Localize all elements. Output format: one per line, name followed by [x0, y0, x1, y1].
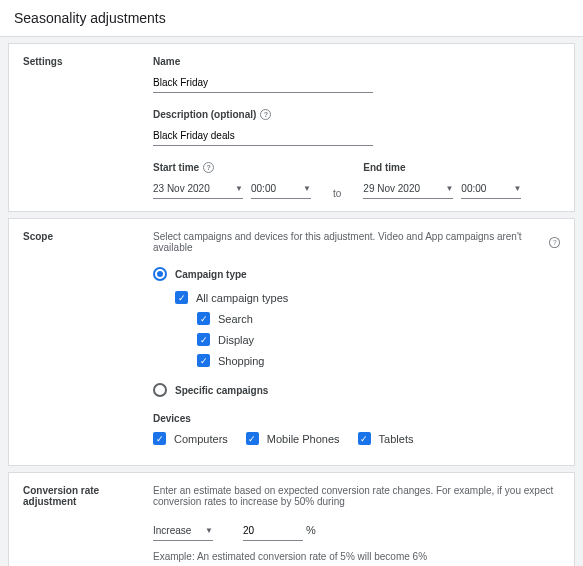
checkbox-checked-icon: ✓ [197, 333, 210, 346]
computers-checkbox[interactable]: ✓ Computers [153, 432, 228, 445]
chevron-down-icon: ▼ [303, 184, 311, 193]
chevron-down-icon: ▼ [205, 526, 213, 535]
end-time-select[interactable]: 00:00 ▼ [461, 179, 521, 199]
start-time-label: Start time [153, 162, 199, 173]
chevron-down-icon: ▼ [513, 184, 521, 193]
devices-label: Devices [153, 413, 560, 424]
scope-description: Select campaigns and devices for this ad… [153, 231, 545, 253]
display-label: Display [218, 334, 254, 346]
scope-card: Scope Select campaigns and devices for t… [8, 218, 575, 466]
chevron-down-icon: ▼ [235, 184, 243, 193]
mobile-label: Mobile Phones [267, 433, 340, 445]
search-checkbox[interactable]: ✓ Search [197, 312, 560, 325]
name-label: Name [153, 56, 560, 67]
description-label: Description (optional) [153, 109, 256, 120]
checkbox-checked-icon: ✓ [175, 291, 188, 304]
start-date-select[interactable]: 23 Nov 2020 ▼ [153, 179, 243, 199]
tablets-label: Tablets [379, 433, 414, 445]
all-campaign-types-checkbox[interactable]: ✓ All campaign types [175, 291, 560, 304]
to-label: to [329, 188, 345, 199]
specific-campaigns-label: Specific campaigns [175, 385, 268, 396]
checkbox-checked-icon: ✓ [153, 432, 166, 445]
scope-section-label: Scope [23, 231, 153, 453]
shopping-checkbox[interactable]: ✓ Shopping [197, 354, 560, 367]
checkbox-checked-icon: ✓ [358, 432, 371, 445]
mobile-checkbox[interactable]: ✓ Mobile Phones [246, 432, 340, 445]
chevron-down-icon: ▼ [445, 184, 453, 193]
all-types-label: All campaign types [196, 292, 288, 304]
campaign-type-label: Campaign type [175, 269, 247, 280]
search-label: Search [218, 313, 253, 325]
computers-label: Computers [174, 433, 228, 445]
checkbox-checked-icon: ✓ [197, 354, 210, 367]
percentage-input[interactable] [243, 521, 303, 541]
adjustment-description: Enter an estimate based on expected conv… [153, 485, 560, 507]
settings-card: Settings Name Description (optional) ? S… [8, 43, 575, 212]
help-icon[interactable]: ? [203, 162, 214, 173]
end-date-select[interactable]: 29 Nov 2020 ▼ [363, 179, 453, 199]
example-text: Example: An estimated conversion rate of… [153, 551, 560, 562]
display-checkbox[interactable]: ✓ Display [197, 333, 560, 346]
start-time-select[interactable]: 00:00 ▼ [251, 179, 311, 199]
radio-unchecked-icon [153, 383, 167, 397]
tablets-checkbox[interactable]: ✓ Tablets [358, 432, 414, 445]
direction-select[interactable]: Increase ▼ [153, 521, 213, 541]
page-title: Seasonality adjustments [0, 0, 583, 37]
specific-campaigns-radio[interactable]: Specific campaigns [153, 383, 560, 397]
help-icon[interactable]: ? [260, 109, 271, 120]
campaign-type-radio[interactable]: Campaign type [153, 267, 560, 281]
name-input[interactable] [153, 73, 373, 93]
radio-checked-icon [153, 267, 167, 281]
settings-section-label: Settings [23, 56, 153, 199]
description-input[interactable] [153, 126, 373, 146]
help-icon[interactable]: ? [549, 237, 560, 248]
adjustment-card: Conversion rate adjustment Enter an esti… [8, 472, 575, 566]
percent-suffix: % [306, 524, 316, 536]
adjustment-section-label: Conversion rate adjustment [23, 485, 153, 562]
checkbox-checked-icon: ✓ [197, 312, 210, 325]
end-time-label: End time [363, 162, 521, 173]
shopping-label: Shopping [218, 355, 265, 367]
checkbox-checked-icon: ✓ [246, 432, 259, 445]
